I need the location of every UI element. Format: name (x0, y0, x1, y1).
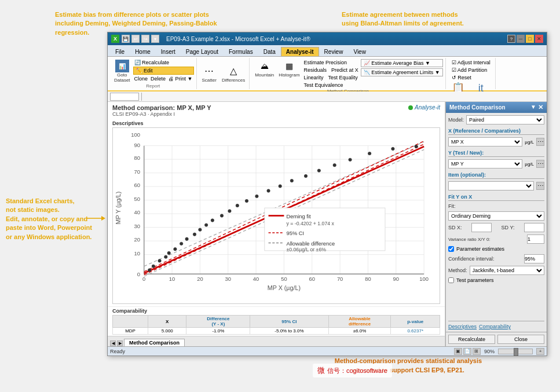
tab-scroll-area: ◀ ▶ (110, 340, 123, 346)
svg-text:100: 100 (419, 276, 429, 282)
x-ref-edit[interactable]: ⋯ (536, 138, 544, 146)
sheet-area: Method comparison: MP X, MP Y CLSI EP09-… (108, 102, 445, 346)
chart-container: Descriptives (108, 118, 445, 306)
confidence-label: Confidence interval: (448, 256, 495, 262)
svg-point-70 (255, 195, 258, 197)
panel-footer: Recalculate Close (446, 332, 547, 346)
col-header-name (113, 316, 148, 328)
y-test-select[interactable]: MP Y (448, 159, 522, 168)
svg-point-55 (152, 265, 155, 268)
confidence-input[interactable] (524, 254, 544, 263)
recalculate-panel-btn[interactable]: Recalculate (448, 335, 495, 344)
minimize-btn[interactable]: ─ (517, 35, 525, 43)
comparability-section: Comparability X Difference(Y - X) 95% CI… (108, 306, 445, 336)
estimate-avg-bias-btn[interactable]: 📈 Estimate Average Bias ▼ (361, 59, 443, 67)
tab-scroll-left[interactable]: ◀ (110, 340, 116, 346)
svg-text:40: 40 (134, 209, 140, 215)
name-box[interactable] (110, 93, 139, 101)
test-equivalence-btn[interactable]: Test Equivalence (303, 82, 360, 89)
param-estimates-label: Parameter estimates (456, 246, 504, 252)
normal-view-btn[interactable]: ▣ (454, 348, 462, 355)
zoom-out-btn[interactable]: + (536, 348, 544, 355)
test-params-row: Test parameters (448, 277, 544, 283)
y-test-edit[interactable]: ⋯ (536, 160, 544, 168)
add-partition-btn[interactable]: ☑ Add Partition (451, 67, 492, 74)
edit-btn[interactable]: ✏️ Edit (133, 67, 194, 75)
adjust-interval-btn[interactable]: ☑ Adjust Interval (451, 59, 492, 66)
svg-text:Allowable difference: Allowable difference (286, 240, 335, 247)
estimate-precision-btn[interactable]: Estimate Precision (303, 59, 360, 66)
descriptives-tab[interactable]: Descriptives (448, 324, 477, 329)
goto-dataset-btn[interactable]: 📊 GotoDataset (112, 59, 132, 83)
comparability-tab[interactable]: Comparability (479, 324, 511, 329)
delete-btn[interactable]: Delete (149, 75, 167, 82)
param-estimates-check[interactable] (448, 246, 454, 252)
item-edit[interactable]: ⋯ (536, 182, 544, 190)
item-select[interactable] (448, 181, 534, 190)
svg-point-68 (236, 204, 239, 207)
close-panel-btn[interactable]: Close (497, 335, 544, 344)
predict-x-btn[interactable]: Predict at X (330, 67, 360, 74)
tab-file[interactable]: File (110, 47, 130, 56)
chart-area[interactable]: 0 10 20 30 40 50 60 70 80 90 100 0 10 (112, 127, 440, 304)
y-test-section: Y (Test / New): (448, 150, 544, 157)
sd-x-label: SD X: (448, 225, 462, 230)
param-estimates-row: Parameter estimates (448, 246, 544, 252)
method-select[interactable]: Jackknife, t-based (470, 266, 544, 275)
title-controls: ? ─ □ ✕ (507, 35, 543, 43)
zoom-slider[interactable] (498, 349, 533, 354)
sd-x-input[interactable] (471, 223, 492, 232)
tab-scroll-right[interactable]: ▶ (117, 340, 123, 346)
sheet-tab-method-comparison[interactable]: Method Comparison (124, 339, 185, 346)
tab-insert[interactable]: Insert (156, 47, 181, 56)
tab-review[interactable]: Review (319, 47, 349, 56)
tab-page-layout[interactable]: Page Layout (181, 47, 224, 56)
estimate-agreement-btn[interactable]: 📉 Estimate Agreement Limits ▼ (361, 68, 443, 76)
item-row: ⋯ (448, 181, 544, 190)
page-view-btn[interactable]: 📄 (463, 348, 471, 355)
panel-collapse[interactable]: ▼ (530, 104, 536, 111)
variance-input[interactable] (527, 235, 544, 244)
mountain-btn[interactable]: ⛰ Mountain (253, 59, 276, 78)
panel-title: Method Comparison (449, 104, 506, 111)
help-btn[interactable]: ? (507, 35, 515, 43)
x-ref-unit: µg/L (525, 140, 534, 145)
annotation-top-right: Estimate agreement between methods using… (342, 10, 510, 28)
clone-btn[interactable]: Clone (133, 75, 149, 82)
svg-point-56 (158, 259, 161, 262)
differences-btn[interactable]: △ Differences (220, 64, 247, 83)
tab-analyse-it[interactable]: Analyse-it (281, 47, 319, 56)
maximize-btn[interactable]: □ (526, 35, 534, 43)
test-params-check[interactable] (448, 277, 454, 283)
sd-row: SD X: SD Y: (448, 223, 544, 232)
svg-point-62 (193, 233, 196, 236)
tab-formulas[interactable]: Formulas (224, 47, 258, 56)
svg-text:90: 90 (134, 142, 140, 148)
x-ref-select[interactable]: MP X (448, 137, 522, 146)
print-btn[interactable]: 🖨 Print ▼ (167, 75, 193, 82)
reset-btn[interactable]: ↺ Reset (451, 74, 492, 81)
test-equality-btn[interactable]: Test Equality (327, 74, 359, 81)
variance-row: Variance ratio X/Y 0: (448, 235, 544, 244)
page-break-btn[interactable]: ⊞ (473, 348, 481, 355)
row-ci: -5.0% to 3.0% (250, 328, 328, 335)
linearity-btn[interactable]: Linearity (303, 74, 325, 81)
tab-view[interactable]: View (348, 47, 371, 56)
model-select[interactable]: Paired (466, 115, 544, 124)
recalculate-btn[interactable]: 🔄 Recalculate (133, 59, 194, 66)
fit-select[interactable]: Ordinary Deming (448, 211, 544, 221)
scatter-btn[interactable]: ⋯ Scatter (200, 64, 218, 83)
sd-y-input[interactable] (524, 223, 544, 232)
panel-close[interactable]: ✕ (538, 104, 543, 111)
svg-text:80: 80 (365, 276, 371, 282)
close-btn[interactable]: ✕ (535, 35, 543, 43)
svg-point-72 (279, 185, 281, 188)
tab-data[interactable]: Data (258, 47, 281, 56)
residuals-btn[interactable]: Residuals (303, 67, 328, 74)
zoom-level: 90% (484, 349, 495, 354)
fit-row: Fit: (448, 203, 544, 209)
tab-home[interactable]: Home (130, 47, 156, 56)
svg-text:20: 20 (134, 236, 140, 243)
histogram-btn[interactable]: ▦ Histogram (277, 59, 301, 78)
svg-marker-1 (101, 216, 105, 221)
